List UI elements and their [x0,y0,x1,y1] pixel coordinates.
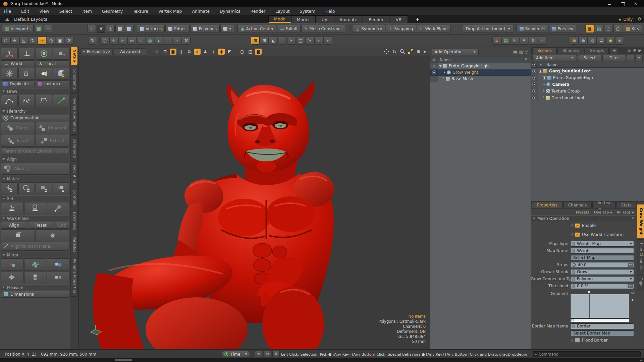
layers-icon[interactable]: ⧉ [186,49,193,55]
section-measure[interactable]: Measure [1,284,69,290]
drop-action-dropdown[interactable]: Drop Action: (none)▼ [463,25,513,33]
flood-border-channel-box[interactable] [570,339,574,342]
unparent-button[interactable]: Unparent [36,122,69,134]
tab-vr[interactable]: VR [389,15,408,23]
grid-view-icon[interactable]: ▦ [585,25,594,33]
mirror-geometry-z-button[interactable] [47,271,69,283]
tab-properties[interactable]: Properties [532,202,562,208]
select-button[interactable]: Select [578,55,601,61]
add-item-dropdown[interactable]: Add Item▼ [532,55,577,61]
eye-icon[interactable] [532,76,536,80]
gradient-more-icon[interactable]: ▶ [632,298,634,301]
mesh-constraint-button[interactable]: ✎Mesh Constraint [301,25,345,33]
side-tab-grow-weight[interactable]: Grow Weight [637,204,644,238]
gradient-preview-bar[interactable] [570,318,629,322]
insert-button[interactable]: Insert [1,135,35,147]
timeline-grip-icon[interactable]: ▸▸ [640,358,643,362]
add-operator-dropdown[interactable]: Add Operator▼ [432,49,479,55]
workplane-end-button[interactable]: End [55,222,69,229]
toolbox-tab-particles[interactable]: Particles [70,234,78,255]
orbit-icon[interactable]: ↻ [392,49,396,54]
minimize-button[interactable] [607,2,612,6]
only-label[interactable]: Only [624,17,633,22]
mesh-ops-circle-icon[interactable]: ◎ [146,37,154,45]
match-all-button[interactable] [53,182,70,194]
eye-icon[interactable] [532,89,536,93]
toolbox-tab-dynamics[interactable]: Dynamics [70,209,78,233]
align-items-button[interactable]: Align ... [1,163,69,175]
item-row-scene-root[interactable]: Garg_bundled.lxo* [531,68,644,74]
select-map-button[interactable]: Select Map [570,255,634,261]
menu-geometry[interactable]: Geometry [102,9,123,14]
default-layouts-label[interactable]: Default Layouts [14,17,47,22]
transform-move-button[interactable] [18,48,35,60]
toolbox-tab-setup[interactable]: Setup [70,47,78,65]
map-type-dropdown[interactable]: Weight Map▼ [570,241,634,247]
preview-button[interactable]: Preview [549,25,577,33]
section-work-plane[interactable]: Work Plane [1,215,69,221]
tab-animate[interactable]: Animate [334,15,363,23]
list-view-icon[interactable]: ▤ [595,25,603,33]
gradient-gear-icon[interactable]: ⚙ [631,291,635,295]
select-tool-icon[interactable]: ◺ [19,37,28,45]
item-row-proto-gargoylehigh[interactable]: Proto_GargoyleHigh [531,74,644,81]
slice-icon[interactable]: ✂ [287,37,296,45]
tab-render[interactable]: Render [363,15,389,23]
mirror-geometry-y-button[interactable] [24,271,47,283]
set-rotation-button[interactable] [24,202,47,214]
set-target-button[interactable] [47,202,69,214]
paint-select-icon[interactable] [115,25,124,33]
mesh-ops-move-icon[interactable]: ✛ [109,37,118,45]
hatch-icon[interactable]: ∥ [178,49,184,55]
viewport-split-icon[interactable]: ≡ [44,25,52,33]
mirror-z-button[interactable] [47,258,69,270]
monitor-icon[interactable]: ⧈ [255,351,262,357]
world-button[interactable]: World [1,60,35,67]
panel-gear-icon[interactable]: ⚙ [633,48,636,53]
material-icon[interactable]: ● [579,37,588,45]
align-to-work-plane-button[interactable]: Align to Work Plane... [1,242,69,251]
shader-icon[interactable]: ◍ [588,37,597,45]
panel-options-button[interactable]: ▫ [635,55,643,61]
cube-tool-icon[interactable]: ⬡ [1,37,10,45]
light-set-icon[interactable]: ◆ [606,37,615,45]
symmetry-button[interactable]: ⊥Symmetry [353,25,385,33]
toolbox-tab-weighting[interactable]: Weighting [70,162,78,186]
section-match[interactable]: Match [1,176,69,182]
flood-border-checkbox[interactable] [575,338,580,343]
layout-gear-icon[interactable]: ⚙ [637,16,641,21]
add-layout-tab-button[interactable]: + [408,15,427,23]
maximize-button[interactable] [621,2,625,6]
viewport-canvas[interactable]: No Items Polygons : Catmull-Clark Channe… [78,56,430,349]
menu-view[interactable]: View [39,9,49,14]
meshops-row-grow-weight[interactable]: Grow Weight [430,69,531,76]
menu-item[interactable]: Item [82,9,92,14]
threshold-input[interactable]: 0.0 % [570,283,634,289]
falloff-button[interactable]: ◎Falloff [277,25,301,33]
viewport-quad-layout-icon[interactable]: ◙ [255,49,262,55]
cursor-mode-icon[interactable]: ◤ [226,49,233,55]
eye-icon[interactable] [432,70,436,74]
mirror-x-button[interactable] [1,258,23,270]
command-bar[interactable]: ▸ Command [533,351,641,357]
enable-checkbox[interactable]: ✓ [575,223,580,228]
use-world-transform-checkbox[interactable]: ✓ [575,232,580,237]
texture-sphere-icon[interactable]: ● [570,37,579,45]
border-map-name-input[interactable]: Border [570,323,634,329]
stamp-tool-icon[interactable]: ▣ [56,37,64,45]
tab-scenes[interactable]: Scenes [532,47,557,54]
menu-texture[interactable]: Texture [133,9,148,14]
enable-channel-box[interactable] [570,224,574,228]
menu-system[interactable]: System [300,9,316,14]
mesh-operation-section-header[interactable]: Mesh Operation ▼ [531,215,636,221]
grid-snap-icon[interactable]: ⊞ [260,37,269,45]
toolbox-tab-constraints[interactable]: Constraints [70,66,78,93]
transform-rotate-button[interactable] [36,48,52,60]
mesh-ops-curve-icon[interactable]: ∿ [137,37,145,45]
draw-bspline-button[interactable] [18,95,35,107]
draw-pen-button[interactable] [53,95,70,107]
dimensions-button[interactable]: Dimensions [1,291,69,298]
menu-layout[interactable]: Layout [275,9,290,14]
add-channel-icon[interactable]: ⊕ [529,37,537,45]
kits-button[interactable]: Kits [623,25,642,33]
